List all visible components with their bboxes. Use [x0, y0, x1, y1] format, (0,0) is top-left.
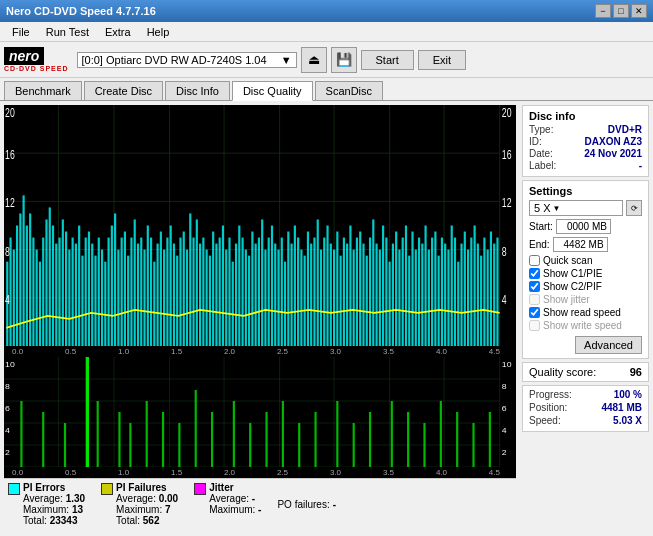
end-mb-input[interactable] [553, 237, 608, 252]
disc-id-row: ID: DAXON AZ3 [529, 136, 642, 147]
show-write-speed-checkbox[interactable] [529, 320, 540, 331]
svg-rect-84 [235, 244, 237, 346]
svg-rect-155 [467, 250, 469, 346]
svg-rect-74 [202, 238, 204, 346]
window-controls: − □ ✕ [595, 4, 647, 18]
svg-rect-119 [349, 226, 351, 347]
svg-rect-123 [362, 244, 364, 346]
speed-setting-row: 5 X ▼ ⟳ [529, 200, 642, 216]
tab-benchmark[interactable]: Benchmark [4, 81, 82, 100]
quick-scan-checkbox[interactable] [529, 255, 540, 266]
menu-run-test[interactable]: Run Test [38, 25, 97, 39]
x-label-45: 4.5 [489, 347, 500, 356]
svg-rect-78 [215, 244, 217, 346]
legend-pi-total-row: Total: 23343 [23, 515, 85, 526]
bottom-x-axis: 0.0 0.5 1.0 1.5 2.0 2.5 3.0 3.5 4.0 4.5 [4, 467, 516, 478]
svg-rect-17 [16, 226, 18, 347]
menu-help[interactable]: Help [139, 25, 178, 39]
start-button[interactable]: Start [361, 50, 414, 70]
save-button[interactable]: 💾 [331, 47, 357, 73]
minimize-button[interactable]: − [595, 4, 611, 18]
legend-jitter-color [194, 483, 206, 495]
svg-rect-206 [314, 412, 316, 467]
svg-rect-210 [391, 401, 393, 467]
svg-text:16: 16 [5, 148, 15, 162]
svg-rect-54 [137, 244, 139, 346]
legend-pi-errors-label: PI Errors [23, 482, 85, 493]
svg-rect-129 [382, 226, 384, 347]
svg-rect-136 [405, 226, 407, 347]
svg-rect-211 [407, 412, 409, 467]
svg-rect-58 [150, 238, 152, 346]
svg-rect-104 [300, 250, 302, 346]
svg-rect-44 [104, 262, 106, 346]
svg-rect-203 [265, 412, 267, 467]
end-mb-row: End: [529, 237, 642, 252]
spin-button[interactable]: ⟳ [626, 200, 642, 216]
tab-scan-disc[interactable]: ScanDisc [315, 81, 383, 100]
close-button[interactable]: ✕ [631, 4, 647, 18]
svg-rect-29 [55, 244, 57, 346]
advanced-button[interactable]: Advanced [575, 336, 642, 354]
tab-disc-info[interactable]: Disc Info [165, 81, 230, 100]
eject-button[interactable]: ⏏ [301, 47, 327, 73]
show-c1pie-checkbox[interactable] [529, 268, 540, 279]
svg-rect-91 [258, 238, 260, 346]
svg-rect-62 [163, 250, 165, 346]
svg-rect-69 [186, 250, 188, 346]
svg-rect-198 [178, 423, 180, 467]
svg-rect-161 [487, 250, 489, 346]
svg-rect-64 [170, 226, 172, 347]
svg-rect-107 [310, 244, 312, 346]
disc-info-title: Disc info [529, 110, 642, 122]
legend-jitter-avg-row: Average: - [209, 493, 261, 504]
svg-text:2: 2 [5, 447, 10, 457]
svg-rect-106 [307, 232, 309, 346]
tab-disc-quality[interactable]: Disc Quality [232, 81, 313, 101]
svg-rect-128 [379, 250, 381, 346]
svg-rect-144 [431, 238, 433, 346]
start-mb-input[interactable] [556, 219, 611, 234]
menu-file[interactable]: File [4, 25, 38, 39]
legend-pi-errors-color [8, 483, 20, 495]
svg-rect-61 [160, 232, 162, 346]
progress-box: Progress: 100 % Position: 4481 MB Speed:… [522, 385, 649, 432]
svg-rect-98 [281, 238, 283, 346]
svg-text:6: 6 [5, 403, 10, 413]
show-jitter-checkbox[interactable] [529, 294, 540, 305]
drive-selector[interactable]: [0:0] Optiarc DVD RW AD-7240S 1.04 ▼ [77, 52, 297, 68]
svg-rect-124 [366, 256, 368, 346]
svg-rect-133 [395, 232, 397, 346]
svg-rect-113 [330, 244, 332, 346]
settings-box: Settings 5 X ▼ ⟳ Start: End: Quick scan [522, 180, 649, 359]
svg-rect-162 [490, 232, 492, 346]
svg-rect-71 [192, 238, 194, 346]
svg-rect-118 [346, 244, 348, 346]
svg-rect-88 [248, 256, 250, 346]
speed-combo[interactable]: 5 X ▼ [529, 200, 623, 216]
svg-rect-116 [340, 256, 342, 346]
svg-rect-132 [392, 244, 394, 346]
legend-jitter-label: Jitter [209, 482, 261, 493]
show-c2pif-checkbox[interactable] [529, 281, 540, 292]
chart-container: 20 16 12 8 4 20 16 12 8 4 0.0 0.5 1.0 1.… [4, 105, 516, 529]
svg-rect-135 [402, 238, 404, 346]
menu-extra[interactable]: Extra [97, 25, 139, 39]
exit-button[interactable]: Exit [418, 50, 466, 70]
svg-rect-25 [42, 238, 44, 346]
x-label-35: 3.5 [383, 347, 394, 356]
show-read-speed-checkbox[interactable] [529, 307, 540, 318]
disc-type-row: Type: DVD+R [529, 124, 642, 135]
legend-pi-max-row: Maximum: 13 [23, 504, 85, 515]
top-x-axis: 0.0 0.5 1.0 1.5 2.0 2.5 3.0 3.5 4.0 4.5 [4, 346, 516, 357]
svg-rect-138 [411, 232, 413, 346]
maximize-button[interactable]: □ [613, 4, 629, 18]
svg-rect-47 [114, 213, 116, 346]
svg-rect-103 [297, 238, 299, 346]
svg-rect-137 [408, 256, 410, 346]
svg-rect-31 [62, 219, 64, 346]
legend-pi-failures-label: PI Failures [116, 482, 178, 493]
tab-create-disc[interactable]: Create Disc [84, 81, 163, 100]
svg-rect-34 [72, 238, 74, 346]
svg-rect-90 [255, 244, 257, 346]
